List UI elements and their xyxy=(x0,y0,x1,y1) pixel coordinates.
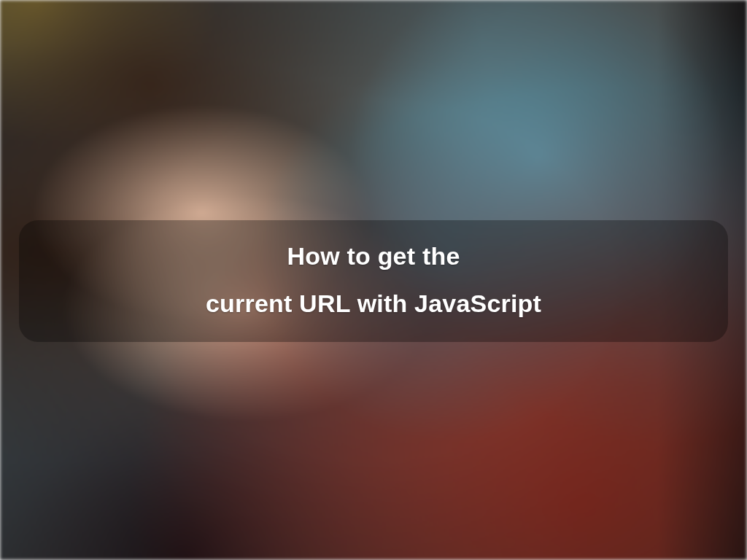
title-line-1: How to get the xyxy=(48,241,699,272)
title-overlay-panel: How to get the current URL with JavaScri… xyxy=(19,220,728,342)
title-line-2: current URL with JavaScript xyxy=(48,288,699,319)
